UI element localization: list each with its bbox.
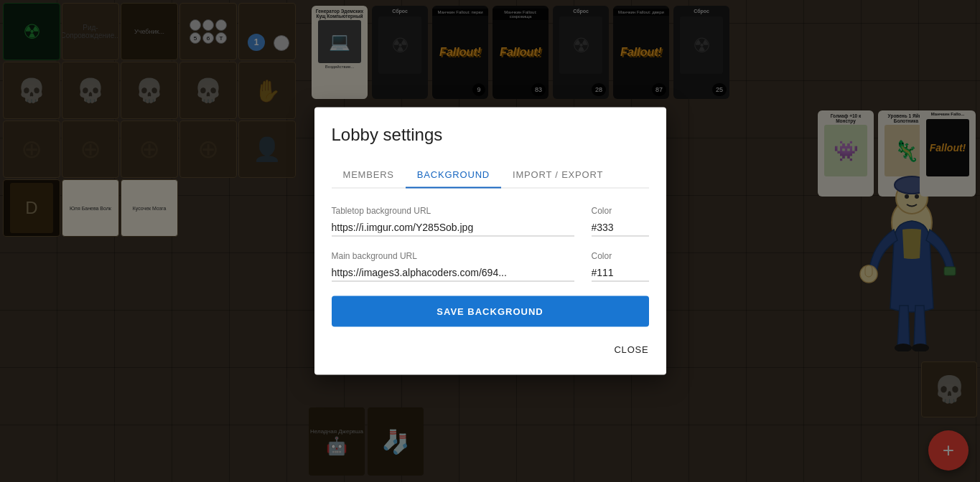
save-background-button[interactable]: SAVE BACKGROUND [332, 296, 649, 327]
main-url-input[interactable] [332, 264, 574, 282]
tabletop-url-group: Tabletop background URL [332, 206, 574, 237]
main-bg-row: Main background URL Color [332, 251, 649, 282]
tabletop-color-label: Color [592, 206, 649, 216]
main-url-group: Main background URL [332, 251, 574, 282]
close-button[interactable]: CLOSE [614, 339, 648, 361]
tabletop-color-group: Color [592, 206, 649, 237]
main-color-group: Color [592, 251, 649, 282]
tabletop-url-input[interactable] [332, 219, 574, 237]
tab-background[interactable]: BACKGROUND [406, 162, 501, 189]
tabletop-color-input[interactable] [592, 219, 649, 237]
tabletop-url-label: Tabletop background URL [332, 206, 574, 216]
lobby-settings-modal: Lobby settings MEMBERS BACKGROUND IMPORT… [314, 108, 666, 375]
tabs-container: MEMBERS BACKGROUND IMPORT / EXPORT [332, 162, 649, 189]
tab-members[interactable]: MEMBERS [332, 162, 406, 189]
tab-import-export[interactable]: IMPORT / EXPORT [501, 162, 615, 189]
close-area: CLOSE [332, 339, 649, 361]
main-color-input[interactable] [592, 264, 649, 282]
tabletop-row: Tabletop background URL Color [332, 206, 649, 237]
main-color-label: Color [592, 251, 649, 261]
main-url-label: Main background URL [332, 251, 574, 261]
background-tab-content: Tabletop background URL Color Main backg… [332, 206, 649, 361]
modal-title: Lobby settings [332, 125, 649, 145]
